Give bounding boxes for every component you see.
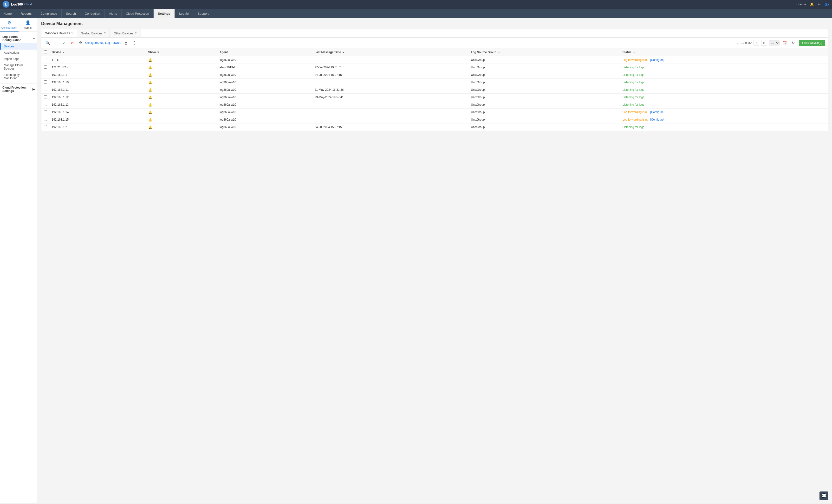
sidebar-item-file-integrity[interactable]: File Integrity Monitoring: [0, 72, 37, 81]
row-select-checkbox[interactable]: [44, 65, 47, 69]
row-checkbox[interactable]: [42, 79, 49, 86]
row-checkbox[interactable]: [42, 64, 49, 71]
sidebar-item-import-logs[interactable]: Import Logs: [0, 56, 37, 62]
notification-bell-icon[interactable]: 🔔: [810, 3, 814, 6]
row-agent: log360a-w10: [217, 109, 312, 116]
license-link[interactable]: License: [796, 3, 806, 6]
status-badge: Log forwarding is n...: [623, 118, 649, 121]
col-last-message[interactable]: Last Message Time ▲: [312, 48, 469, 56]
configure-auto-log-forward-link[interactable]: Configure Auto Log Forward: [85, 41, 121, 45]
row-device: 192.168.1.11: [49, 86, 146, 94]
row-select-checkbox[interactable]: [44, 80, 47, 83]
page-size-select[interactable]: 10 25 50: [769, 40, 780, 46]
enable-toolbar-icon[interactable]: ✓: [61, 39, 68, 46]
sidebar-log-source-header[interactable]: Log Source Configuration ▾: [0, 34, 37, 43]
row-checkbox[interactable]: [42, 94, 49, 101]
user-icon[interactable]: 👤▾: [825, 3, 830, 6]
disable-toolbar-icon[interactable]: ⊘: [69, 39, 76, 46]
row-bell: 🔔: [146, 56, 217, 64]
table-row: 1.1.1.1 🔔 log360a-w10 - UnixGroup Log fo…: [42, 56, 828, 64]
nav-tab-cloud-protection[interactable]: Cloud Protection: [122, 9, 154, 18]
nav-tab-home[interactable]: Home: [0, 9, 16, 18]
row-checkbox[interactable]: [42, 109, 49, 116]
row-select-checkbox[interactable]: [44, 88, 47, 91]
row-checkbox[interactable]: [42, 56, 49, 64]
nav-tab-alerts[interactable]: Alerts: [105, 9, 122, 18]
settings-toolbar-icon[interactable]: ⚙: [77, 39, 84, 46]
row-select-checkbox[interactable]: [44, 125, 47, 128]
other-devices-help-icon[interactable]: ?: [135, 31, 136, 35]
row-last-message: 24-Jul-2024 15:27:15: [312, 124, 469, 131]
add-device-button[interactable]: + Add Device(s): [799, 40, 825, 46]
pagination-last-btn[interactable]: »: [761, 40, 767, 46]
row-device: 192.168.1.10: [49, 79, 146, 86]
row-status: Listening for logs: [620, 64, 828, 71]
row-select-checkbox[interactable]: [44, 95, 47, 99]
syslog-devices-help-icon[interactable]: ?: [104, 31, 106, 35]
row-bell: 🔔: [146, 86, 217, 94]
nav-tab-logme[interactable]: LogMe: [175, 9, 193, 18]
configure-link[interactable]: [Configure]: [650, 118, 665, 121]
windows-devices-help-icon[interactable]: ?: [72, 31, 73, 35]
table-row: 172.21.174.4 🔔 ela-w2019-2 27-Jul-2024 1…: [42, 64, 828, 71]
row-select-checkbox[interactable]: [44, 110, 47, 113]
row-checkbox[interactable]: [42, 116, 49, 124]
configuration-icon: ⚙: [7, 20, 11, 26]
status-badge: Listening for logs: [623, 103, 645, 106]
pagination-next-btn[interactable]: ›: [754, 40, 759, 46]
nav-tab-search[interactable]: Search: [62, 9, 80, 18]
help-icon[interactable]: ?▾: [817, 3, 821, 6]
bell-icon: 🔔: [148, 81, 152, 84]
select-all-checkbox[interactable]: [44, 50, 47, 53]
col-device[interactable]: Device ▲: [49, 48, 146, 56]
col-show-ip[interactable]: Show IP: [146, 48, 217, 56]
status-badge: Listening for logs: [623, 73, 645, 77]
search-toolbar-icon[interactable]: 🔍: [44, 39, 51, 46]
device-tab-other[interactable]: Other Devices ?: [110, 29, 141, 37]
nav-tab-reports[interactable]: Reports: [16, 9, 36, 18]
row-agent: log360a-w10: [217, 56, 312, 64]
admin-icon: 👤: [25, 20, 31, 26]
row-select-checkbox[interactable]: [44, 118, 47, 121]
nav-tab-compliance[interactable]: Compliance: [36, 9, 62, 18]
filter-toolbar-icon[interactable]: ⊞: [52, 39, 59, 46]
row-bell: 🔔: [146, 116, 217, 124]
sidebar-item-devices[interactable]: Devices: [0, 43, 37, 50]
col-log-source-group[interactable]: Log Source Group ▲: [468, 48, 620, 56]
device-tab-syslog[interactable]: Syslog Devices ?: [77, 29, 110, 37]
col-agent[interactable]: Agent: [217, 48, 312, 56]
configure-link[interactable]: [Configure]: [650, 58, 665, 62]
row-select-checkbox[interactable]: [44, 103, 47, 106]
bell-icon: 🔔: [148, 58, 152, 62]
nav-tab-correlation[interactable]: Correlation: [80, 9, 105, 18]
chat-icon[interactable]: 💬: [820, 492, 828, 500]
row-checkbox[interactable]: [42, 86, 49, 94]
table-row: 192.168.1.12 🔔 log360a-w10 23-May-2024 1…: [42, 94, 828, 101]
row-select-checkbox[interactable]: [44, 58, 47, 61]
refresh-icon[interactable]: ↻: [790, 39, 797, 46]
sidebar-tab-admin-label: Admin: [24, 26, 31, 29]
row-checkbox[interactable]: [42, 71, 49, 79]
row-last-message: 27-Jul-2024 19:01:01: [312, 64, 469, 71]
sidebar-cloud-protection-header[interactable]: Cloud Protection Settings ▶: [0, 84, 37, 94]
row-status: Listening for logs: [620, 86, 828, 94]
device-tab-windows[interactable]: Windows Devices ?: [42, 29, 77, 37]
nav-tab-settings[interactable]: Settings: [154, 9, 175, 18]
header-checkbox[interactable]: [42, 48, 49, 56]
row-checkbox[interactable]: [42, 101, 49, 109]
sidebar-item-applications[interactable]: Applications: [0, 50, 37, 56]
sidebar-item-manage-cloud-sources[interactable]: Manage Cloud Sources: [0, 62, 37, 72]
table-row: 192.168.1.2 🔔 log360a-w10 24-Jul-2024 15…: [42, 124, 828, 131]
configure-link[interactable]: [Configure]: [650, 110, 665, 114]
sidebar-tab-admin[interactable]: 👤 Admin: [19, 18, 37, 31]
more-options-icon[interactable]: ⋮: [131, 39, 138, 46]
col-status[interactable]: Status ▲: [620, 48, 828, 56]
nav-tab-support[interactable]: Support: [193, 9, 213, 18]
calendar-view-icon[interactable]: 📅: [781, 39, 788, 46]
row-checkbox[interactable]: [42, 124, 49, 131]
delete-toolbar-icon[interactable]: 🗑: [123, 39, 130, 46]
sidebar-icon-tabs: ⚙ Configuration 👤 Admin: [0, 18, 37, 32]
sidebar-tab-configuration[interactable]: ⚙ Configuration: [0, 18, 19, 31]
bell-icon: 🔔: [148, 66, 152, 69]
row-select-checkbox[interactable]: [44, 73, 47, 76]
